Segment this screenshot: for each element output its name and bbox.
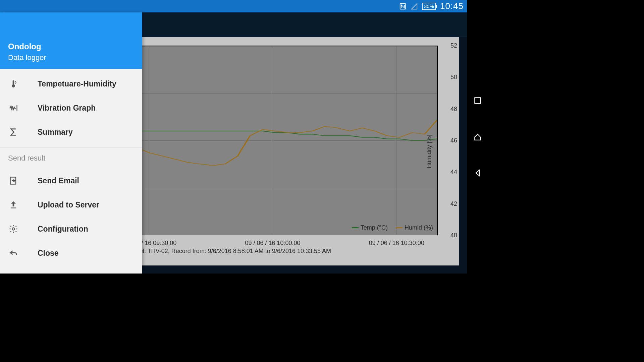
- back-button[interactable]: [473, 168, 482, 178]
- drawer-item-label: Close: [38, 249, 59, 258]
- svg-point-3: [15, 83, 16, 84]
- legend-humid: Humid (%): [396, 224, 433, 231]
- y-tick-label: 42: [450, 200, 457, 207]
- drawer-item-vibration-graph[interactable]: Vibration Graph: [0, 96, 142, 120]
- drawer-item-send-email[interactable]: Send Email: [0, 169, 142, 193]
- clock: 10:45: [440, 1, 464, 11]
- drawer-item-label: Send Email: [38, 176, 79, 185]
- drawer-item-label: Upload to Server: [38, 200, 99, 209]
- y-tick-label: 44: [450, 169, 457, 176]
- y-tick-label: 46: [450, 137, 457, 144]
- upload-icon: [8, 200, 19, 209]
- drawer-item-label: Tempetuare-Humidity: [38, 79, 116, 88]
- drawer-item-close[interactable]: Close: [0, 241, 142, 265]
- sigma-icon: [8, 127, 19, 137]
- drawer-main-list: Tempetuare-HumidityVibration GraphSummar…: [0, 69, 142, 144]
- thermometer-icon: [8, 79, 19, 88]
- waveform-icon: [8, 103, 19, 113]
- drawer-item-configuration[interactable]: Configuration: [0, 217, 142, 241]
- svg-point-2: [15, 82, 16, 83]
- nfc-icon: [399, 3, 407, 10]
- drawer-item-label: Vibration Graph: [38, 104, 96, 113]
- recent-apps-button[interactable]: [473, 96, 482, 105]
- y-tick-label: 50: [450, 74, 457, 81]
- legend-temp: Temp (°C): [352, 224, 388, 231]
- app-subtitle: Data logger: [8, 53, 134, 62]
- x-tick-label: 09 / 06 / 16 10:30:00: [369, 240, 424, 247]
- app-title: Ondolog: [8, 42, 134, 51]
- back-icon: [8, 248, 19, 258]
- y-tick-label: 40: [450, 232, 457, 239]
- svg-point-1: [15, 81, 16, 82]
- drawer-item-upload-to-server[interactable]: Upload to Server: [0, 193, 142, 217]
- email-send-icon: [8, 176, 19, 185]
- drawer-item-summary[interactable]: Summary: [0, 120, 142, 144]
- y-tick-label: 48: [450, 106, 457, 113]
- drawer-item-label: Summary: [38, 128, 73, 137]
- drawer-send-list: Send EmailUpload to ServerConfigurationC…: [0, 166, 142, 265]
- gear-icon: [8, 224, 19, 234]
- svg-point-7: [12, 228, 15, 230]
- chart-legend: Temp (°C) Humid (%): [350, 223, 435, 233]
- legend-temp-label: Temp (°C): [361, 224, 388, 231]
- home-button[interactable]: [473, 132, 482, 141]
- drawer-item-tempetuare-humidity[interactable]: Tempetuare-Humidity: [0, 72, 142, 96]
- navigation-drawer: Ondolog Data logger Tempetuare-HumidityV…: [0, 12, 142, 274]
- x-tick-label: 09 / 06 / 16 10:00:00: [245, 240, 300, 247]
- svg-rect-6: [11, 207, 16, 208]
- svg-rect-8: [475, 98, 480, 103]
- signal-icon: [411, 3, 418, 10]
- drawer-header: Ondolog Data logger: [0, 12, 142, 69]
- drawer-section-label: Send result: [0, 147, 142, 166]
- drawer-item-label: Configuration: [38, 225, 88, 234]
- right-axis-title: Humidity [%]: [426, 134, 433, 168]
- battery-indicator: 30%: [422, 3, 436, 10]
- device-screen: 30% 10:45: [0, 0, 467, 274]
- system-nav-bar: [467, 0, 488, 274]
- y-tick-label: 52: [450, 42, 457, 49]
- status-bar: 30% 10:45: [0, 0, 467, 12]
- legend-humid-label: Humid (%): [405, 224, 433, 231]
- chart-caption: Model: THV-02, Record from: 9/6/2016 8:5…: [128, 248, 331, 255]
